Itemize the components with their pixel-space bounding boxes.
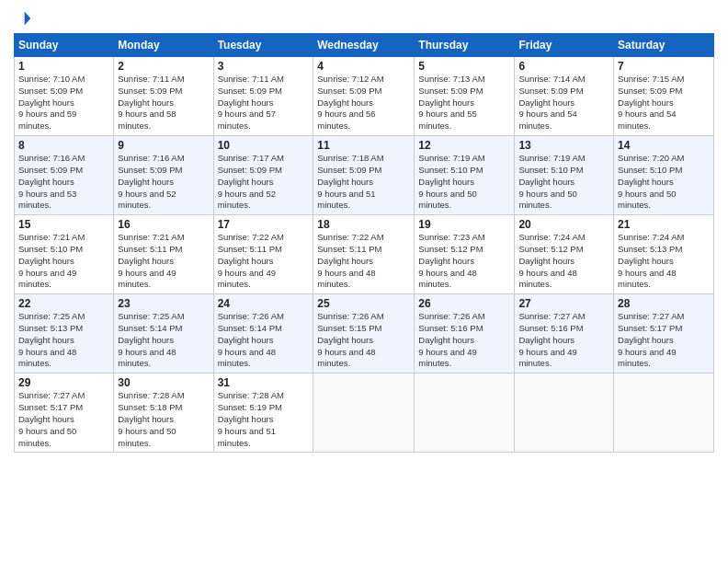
day-number: 31 bbox=[218, 376, 310, 389]
week-row-2: 8Sunrise: 7:16 AMSunset: 5:09 PMDaylight… bbox=[15, 136, 714, 215]
day-info: Sunrise: 7:24 AMSunset: 5:12 PMDaylight … bbox=[518, 232, 609, 291]
weekday-header-tuesday: Tuesday bbox=[213, 34, 313, 57]
day-number: 30 bbox=[118, 376, 209, 389]
day-info: Sunrise: 7:18 AMSunset: 5:09 PMDaylight … bbox=[317, 153, 410, 212]
day-number: 10 bbox=[218, 139, 310, 152]
svg-marker-0 bbox=[25, 12, 31, 26]
day-number: 7 bbox=[618, 60, 710, 73]
day-info: Sunrise: 7:25 AMSunset: 5:13 PMDaylight … bbox=[18, 311, 109, 370]
day-number: 16 bbox=[118, 218, 209, 231]
day-info: Sunrise: 7:21 AMSunset: 5:10 PMDaylight … bbox=[18, 232, 109, 291]
calendar-cell: 23Sunrise: 7:25 AMSunset: 5:14 PMDayligh… bbox=[114, 294, 213, 373]
calendar-cell bbox=[614, 373, 714, 453]
day-info: Sunrise: 7:13 AMSunset: 5:09 PMDaylight … bbox=[418, 74, 510, 132]
day-info: Sunrise: 7:10 AMSunset: 5:09 PMDaylight … bbox=[18, 74, 109, 132]
calendar-cell: 28Sunrise: 7:27 AMSunset: 5:17 PMDayligh… bbox=[614, 294, 714, 373]
day-number: 20 bbox=[518, 218, 609, 231]
week-row-5: 29Sunrise: 7:27 AMSunset: 5:17 PMDayligh… bbox=[15, 373, 714, 453]
day-info: Sunrise: 7:27 AMSunset: 5:17 PMDaylight … bbox=[18, 390, 109, 449]
day-info: Sunrise: 7:21 AMSunset: 5:11 PMDaylight … bbox=[118, 232, 209, 291]
calendar-cell: 29Sunrise: 7:27 AMSunset: 5:17 PMDayligh… bbox=[15, 373, 114, 453]
day-info: Sunrise: 7:22 AMSunset: 5:11 PMDaylight … bbox=[218, 232, 310, 291]
day-number: 17 bbox=[218, 218, 310, 231]
calendar-cell: 17Sunrise: 7:22 AMSunset: 5:11 PMDayligh… bbox=[213, 215, 313, 294]
day-number: 24 bbox=[218, 297, 310, 310]
day-number: 4 bbox=[317, 60, 410, 73]
day-info: Sunrise: 7:25 AMSunset: 5:14 PMDaylight … bbox=[118, 311, 209, 370]
weekday-header-saturday: Saturday bbox=[614, 34, 714, 57]
calendar-cell: 12Sunrise: 7:19 AMSunset: 5:10 PMDayligh… bbox=[415, 136, 515, 215]
day-info: Sunrise: 7:23 AMSunset: 5:12 PMDaylight … bbox=[418, 232, 510, 291]
day-info: Sunrise: 7:22 AMSunset: 5:11 PMDaylight … bbox=[317, 232, 410, 291]
weekday-header-friday: Friday bbox=[515, 34, 614, 57]
week-row-1: 1Sunrise: 7:10 AMSunset: 5:09 PMDaylight… bbox=[15, 57, 714, 136]
day-info: Sunrise: 7:20 AMSunset: 5:10 PMDaylight … bbox=[618, 153, 710, 212]
calendar-cell: 8Sunrise: 7:16 AMSunset: 5:09 PMDaylight… bbox=[15, 136, 114, 215]
day-number: 26 bbox=[418, 297, 510, 310]
logo-icon bbox=[14, 9, 32, 28]
calendar-cell: 24Sunrise: 7:26 AMSunset: 5:14 PMDayligh… bbox=[213, 294, 313, 373]
day-info: Sunrise: 7:27 AMSunset: 5:16 PMDaylight … bbox=[518, 311, 609, 370]
day-number: 15 bbox=[18, 218, 109, 231]
svg-rect-1 bbox=[16, 12, 26, 26]
day-info: Sunrise: 7:19 AMSunset: 5:10 PMDaylight … bbox=[518, 153, 609, 212]
calendar-cell: 11Sunrise: 7:18 AMSunset: 5:09 PMDayligh… bbox=[313, 136, 415, 215]
day-number: 23 bbox=[118, 297, 209, 310]
weekday-header-wednesday: Wednesday bbox=[313, 34, 415, 57]
calendar-table: SundayMondayTuesdayWednesdayThursdayFrid… bbox=[14, 33, 714, 453]
weekday-header-sunday: Sunday bbox=[15, 34, 114, 57]
day-info: Sunrise: 7:19 AMSunset: 5:10 PMDaylight … bbox=[418, 153, 510, 212]
calendar-cell: 16Sunrise: 7:21 AMSunset: 5:11 PMDayligh… bbox=[114, 215, 213, 294]
day-number: 6 bbox=[518, 60, 609, 73]
calendar-cell: 4Sunrise: 7:12 AMSunset: 5:09 PMDaylight… bbox=[313, 57, 415, 136]
day-number: 18 bbox=[317, 218, 410, 231]
day-info: Sunrise: 7:12 AMSunset: 5:09 PMDaylight … bbox=[317, 74, 410, 132]
week-row-4: 22Sunrise: 7:25 AMSunset: 5:13 PMDayligh… bbox=[15, 294, 714, 373]
calendar-cell: 27Sunrise: 7:27 AMSunset: 5:16 PMDayligh… bbox=[515, 294, 614, 373]
day-number: 1 bbox=[18, 60, 109, 73]
day-info: Sunrise: 7:17 AMSunset: 5:09 PMDaylight … bbox=[218, 153, 310, 212]
logo bbox=[14, 9, 36, 28]
calendar-cell: 1Sunrise: 7:10 AMSunset: 5:09 PMDaylight… bbox=[15, 57, 114, 136]
day-info: Sunrise: 7:15 AMSunset: 5:09 PMDaylight … bbox=[618, 74, 710, 132]
calendar-cell: 19Sunrise: 7:23 AMSunset: 5:12 PMDayligh… bbox=[415, 215, 515, 294]
calendar-cell: 15Sunrise: 7:21 AMSunset: 5:10 PMDayligh… bbox=[15, 215, 114, 294]
day-number: 21 bbox=[618, 218, 710, 231]
calendar-cell: 13Sunrise: 7:19 AMSunset: 5:10 PMDayligh… bbox=[515, 136, 614, 215]
day-info: Sunrise: 7:27 AMSunset: 5:17 PMDaylight … bbox=[618, 311, 710, 370]
day-number: 27 bbox=[518, 297, 609, 310]
day-number: 13 bbox=[518, 139, 609, 152]
day-info: Sunrise: 7:28 AMSunset: 5:19 PMDaylight … bbox=[218, 390, 310, 449]
calendar-cell: 30Sunrise: 7:28 AMSunset: 5:18 PMDayligh… bbox=[114, 373, 213, 453]
day-number: 9 bbox=[118, 139, 209, 152]
day-number: 14 bbox=[618, 139, 710, 152]
day-number: 29 bbox=[18, 376, 109, 389]
day-number: 11 bbox=[317, 139, 410, 152]
calendar-cell: 3Sunrise: 7:11 AMSunset: 5:09 PMDaylight… bbox=[213, 57, 313, 136]
day-info: Sunrise: 7:28 AMSunset: 5:18 PMDaylight … bbox=[118, 390, 209, 449]
calendar-cell bbox=[515, 373, 614, 453]
day-number: 12 bbox=[418, 139, 510, 152]
day-info: Sunrise: 7:26 AMSunset: 5:16 PMDaylight … bbox=[418, 311, 510, 370]
day-number: 2 bbox=[118, 60, 209, 73]
weekday-header-thursday: Thursday bbox=[415, 34, 515, 57]
day-info: Sunrise: 7:11 AMSunset: 5:09 PMDaylight … bbox=[118, 74, 209, 132]
calendar-cell: 5Sunrise: 7:13 AMSunset: 5:09 PMDaylight… bbox=[415, 57, 515, 136]
week-row-3: 15Sunrise: 7:21 AMSunset: 5:10 PMDayligh… bbox=[15, 215, 714, 294]
calendar-cell: 7Sunrise: 7:15 AMSunset: 5:09 PMDaylight… bbox=[614, 57, 714, 136]
calendar-cell: 20Sunrise: 7:24 AMSunset: 5:12 PMDayligh… bbox=[515, 215, 614, 294]
calendar-cell: 6Sunrise: 7:14 AMSunset: 5:09 PMDaylight… bbox=[515, 57, 614, 136]
weekday-header-monday: Monday bbox=[114, 34, 213, 57]
day-info: Sunrise: 7:11 AMSunset: 5:09 PMDaylight … bbox=[218, 74, 310, 132]
day-number: 8 bbox=[18, 139, 109, 152]
day-number: 25 bbox=[317, 297, 410, 310]
day-info: Sunrise: 7:14 AMSunset: 5:09 PMDaylight … bbox=[518, 74, 609, 132]
day-number: 3 bbox=[218, 60, 310, 73]
day-info: Sunrise: 7:24 AMSunset: 5:13 PMDaylight … bbox=[618, 232, 710, 291]
calendar-cell: 10Sunrise: 7:17 AMSunset: 5:09 PMDayligh… bbox=[213, 136, 313, 215]
calendar-cell bbox=[415, 373, 515, 453]
calendar-cell: 14Sunrise: 7:20 AMSunset: 5:10 PMDayligh… bbox=[614, 136, 714, 215]
calendar-cell: 2Sunrise: 7:11 AMSunset: 5:09 PMDaylight… bbox=[114, 57, 213, 136]
day-number: 22 bbox=[18, 297, 109, 310]
calendar-cell: 25Sunrise: 7:26 AMSunset: 5:15 PMDayligh… bbox=[313, 294, 415, 373]
